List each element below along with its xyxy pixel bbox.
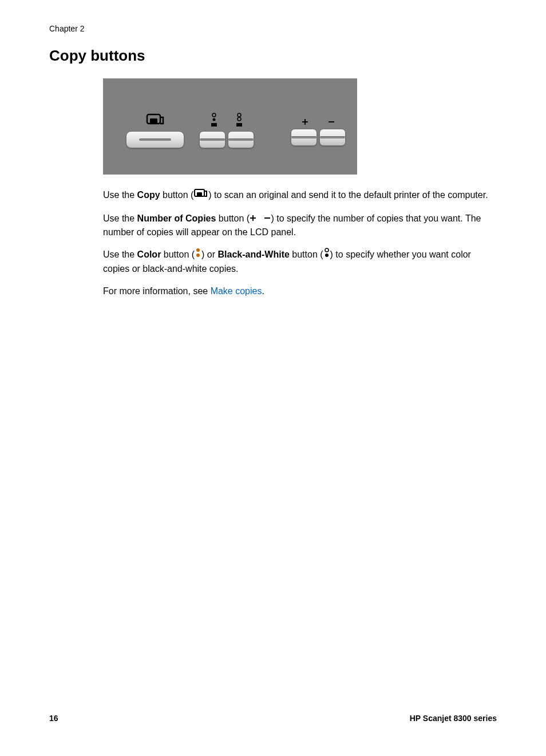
- product-name: HP Scanjet 8300 series: [410, 714, 497, 723]
- svg-rect-9: [197, 192, 202, 196]
- copy-icon: [145, 113, 165, 126]
- plus-icon: [302, 118, 308, 125]
- color-icon: [210, 113, 218, 128]
- chapter-label: Chapter 2: [49, 24, 497, 33]
- plus-icon-inline: [250, 212, 256, 225]
- svg-rect-7: [236, 123, 242, 126]
- paragraph-more-info: For more information, see Make copies.: [103, 284, 497, 298]
- hw-bw-button: [228, 131, 254, 148]
- svg-rect-1: [150, 118, 157, 124]
- bw-icon-inline: [323, 248, 330, 262]
- make-copies-link[interactable]: Make copies: [211, 286, 262, 296]
- svg-point-2: [212, 113, 216, 117]
- svg-point-12: [325, 248, 329, 252]
- minus-icon: [328, 118, 335, 125]
- copy-icon-inline: [193, 188, 208, 202]
- svg-point-3: [213, 118, 216, 121]
- svg-point-10: [196, 248, 200, 252]
- page-footer: 16 HP Scanjet 8300 series: [49, 714, 497, 723]
- color-icon-inline: [195, 248, 201, 262]
- minus-icon-inline: [264, 212, 271, 225]
- hw-minus-button: [319, 129, 346, 146]
- svg-point-13: [325, 254, 329, 257]
- paragraph-number-of-copies: Use the Number of Copies button ( ) to s…: [103, 212, 497, 239]
- svg-point-6: [238, 117, 241, 121]
- page-title: Copy buttons: [49, 47, 497, 65]
- hw-plus-button: [291, 129, 317, 146]
- copy-buttons-panel-image: [103, 78, 357, 175]
- svg-point-5: [238, 113, 241, 117]
- bw-icon: [235, 113, 243, 128]
- paragraph-color-bw: Use the Color button () or Black-and-Whi…: [103, 248, 497, 275]
- svg-point-11: [196, 254, 200, 257]
- svg-rect-4: [211, 123, 217, 126]
- paragraph-copy: Use the Copy button () to scan an origin…: [103, 188, 497, 203]
- page-number: 16: [49, 714, 58, 723]
- hw-color-button: [199, 131, 225, 148]
- hw-copy-button: [126, 131, 184, 148]
